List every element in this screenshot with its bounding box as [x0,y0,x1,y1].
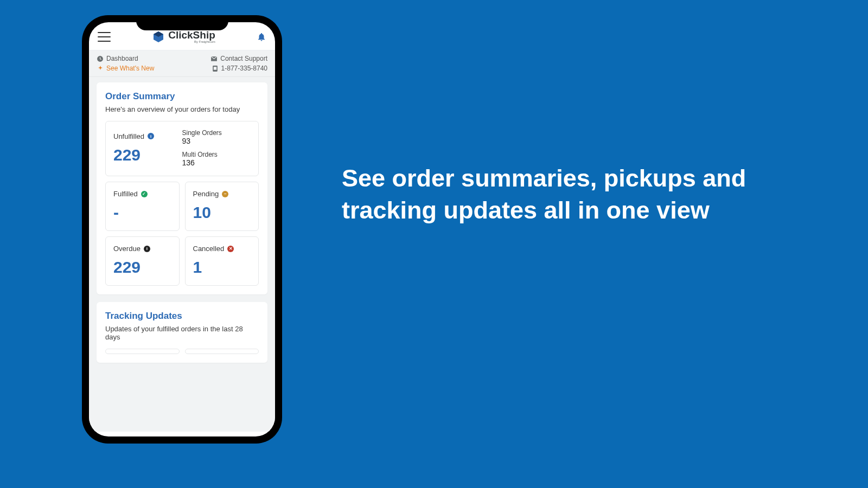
unfulfilled-label: Unfulfilled [113,132,144,140]
info-icon: i [148,133,154,139]
tracking-stat-peek [105,349,180,354]
single-orders-value: 93 [182,137,251,145]
cancelled-label: Cancelled [193,245,225,253]
overdue-label: Overdue [113,245,141,253]
app-logo: ClickShip By Freightcom [152,30,215,43]
logo-text: ClickShip [168,29,215,41]
contact-support-link[interactable]: Contact Support [210,55,267,62]
multi-orders-label: Multi Orders [182,151,251,158]
phone-notch [136,15,228,30]
order-summary-title: Order Summary [105,91,259,102]
stat-cancelled[interactable]: Cancelled ✕ 1 [185,236,259,286]
mail-icon [210,55,218,62]
stat-overdue[interactable]: Overdue i 229 [105,236,180,286]
minus-icon: − [222,191,228,197]
dashboard-label: Dashboard [106,55,138,62]
bell-icon[interactable] [257,32,266,42]
pending-label: Pending [193,190,219,198]
phone-frame: ClickShip By Freightcom Dashboard [82,15,282,444]
logo-icon [152,30,165,43]
phone-number: 1-877-335-8740 [221,65,267,72]
stat-pending[interactable]: Pending − 10 [185,182,259,231]
tracking-title: Tracking Updates [105,311,259,322]
gauge-icon [97,55,104,62]
sparkle-icon [97,65,104,72]
stat-unfulfilled[interactable]: Unfulfilled i 229 Single Orders 93 M [105,121,259,176]
check-icon: ✓ [141,191,148,197]
order-summary-card: Order Summary Here's an overview of your… [97,82,267,294]
pending-value: 10 [193,203,251,222]
app-screen: ClickShip By Freightcom Dashboard [89,22,275,436]
overdue-value: 229 [113,258,171,277]
breadcrumb-dashboard[interactable]: Dashboard [97,55,154,62]
info-icon: i [144,246,150,252]
content-area: Order Summary Here's an overview of your… [89,77,275,432]
multi-orders-value: 136 [182,158,251,167]
marketing-headline: See order summaries, pickups and trackin… [342,163,754,226]
cancelled-value: 1 [193,258,251,277]
whats-new-link[interactable]: See What's New [97,65,154,72]
fulfilled-label: Fulfilled [113,190,138,198]
whats-new-label: See What's New [106,65,154,72]
menu-icon[interactable] [98,32,111,42]
x-icon: ✕ [227,246,234,252]
support-phone[interactable]: 1-877-335-8740 [212,65,267,72]
stat-fulfilled[interactable]: Fulfilled ✓ - [105,182,180,231]
tracking-updates-card: Tracking Updates Updates of your fulfill… [97,302,267,363]
order-summary-desc: Here's an overview of your orders for to… [105,105,259,113]
subheader: Dashboard See What's New Contact Support [89,50,275,77]
contact-label: Contact Support [220,55,267,62]
tracking-desc: Updates of your fulfilled orders in the … [105,325,259,341]
single-orders-label: Single Orders [182,129,251,137]
phone-icon [212,65,219,72]
unfulfilled-value: 229 [113,146,182,164]
fulfilled-value: - [113,203,171,222]
tracking-stat-peek [185,349,259,354]
